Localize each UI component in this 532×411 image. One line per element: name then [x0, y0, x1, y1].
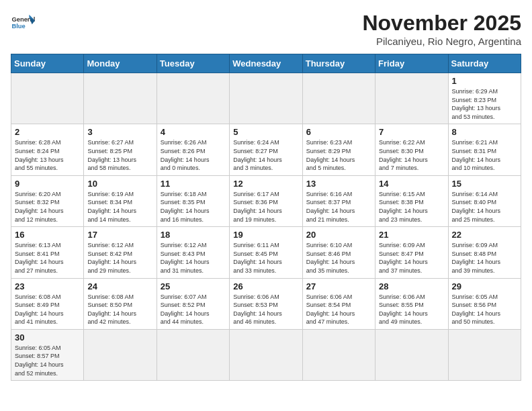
- day-info: Sunrise: 6:05 AM Sunset: 8:56 PM Dayligh…: [452, 293, 517, 326]
- calendar-cell: 30Sunrise: 6:05 AM Sunset: 8:57 PM Dayli…: [11, 329, 84, 380]
- calendar-cell: 12Sunrise: 6:17 AM Sunset: 8:36 PM Dayli…: [230, 175, 302, 226]
- calendar-cell: 8Sunrise: 6:21 AM Sunset: 8:31 PM Daylig…: [448, 124, 521, 175]
- calendar-cell: 9Sunrise: 6:20 AM Sunset: 8:32 PM Daylig…: [11, 175, 84, 226]
- day-info: Sunrise: 6:28 AM Sunset: 8:24 PM Dayligh…: [15, 138, 80, 172]
- title-area: November 2025 Pilcaniyeu, Rio Negro, Arg…: [362, 11, 521, 47]
- calendar-cell: 10Sunrise: 6:19 AM Sunset: 8:34 PM Dayli…: [84, 175, 157, 226]
- calendar-cell: 11Sunrise: 6:18 AM Sunset: 8:35 PM Dayli…: [157, 175, 229, 226]
- day-info: Sunrise: 6:21 AM Sunset: 8:31 PM Dayligh…: [452, 138, 517, 172]
- calendar-cell: 28Sunrise: 6:06 AM Sunset: 8:55 PM Dayli…: [375, 278, 448, 329]
- day-info: Sunrise: 6:24 AM Sunset: 8:27 PM Dayligh…: [233, 138, 298, 172]
- day-info: Sunrise: 6:13 AM Sunset: 8:41 PM Dayligh…: [15, 241, 80, 275]
- day-number: 19: [233, 230, 298, 240]
- calendar-cell: 29Sunrise: 6:05 AM Sunset: 8:56 PM Dayli…: [448, 278, 521, 329]
- calendar-cell: 4Sunrise: 6:26 AM Sunset: 8:26 PM Daylig…: [157, 124, 229, 175]
- day-number: 29: [452, 281, 517, 291]
- week-row-3: 9Sunrise: 6:20 AM Sunset: 8:32 PM Daylig…: [11, 175, 521, 226]
- calendar-cell: [11, 73, 84, 124]
- day-number: 7: [379, 127, 444, 137]
- day-info: Sunrise: 6:26 AM Sunset: 8:26 PM Dayligh…: [161, 138, 226, 172]
- calendar-cell: 7Sunrise: 6:22 AM Sunset: 8:30 PM Daylig…: [375, 124, 448, 175]
- day-info: Sunrise: 6:27 AM Sunset: 8:25 PM Dayligh…: [87, 138, 152, 172]
- day-number: 13: [306, 179, 371, 189]
- day-number: 15: [452, 179, 517, 189]
- location-title: Pilcaniyeu, Rio Negro, Argentina: [362, 36, 521, 47]
- day-info: Sunrise: 6:05 AM Sunset: 8:57 PM Dayligh…: [15, 344, 80, 377]
- day-number: 28: [379, 281, 444, 291]
- day-number: 8: [452, 127, 517, 137]
- day-info: Sunrise: 6:06 AM Sunset: 8:53 PM Dayligh…: [233, 293, 298, 326]
- weekday-header-tuesday: Tuesday: [157, 54, 229, 73]
- calendar-cell: [230, 329, 302, 380]
- day-info: Sunrise: 6:18 AM Sunset: 8:35 PM Dayligh…: [161, 190, 226, 224]
- day-number: 5: [233, 127, 298, 137]
- day-number: 22: [452, 230, 517, 240]
- day-number: 27: [306, 281, 371, 291]
- day-number: 16: [15, 230, 80, 240]
- day-info: Sunrise: 6:09 AM Sunset: 8:47 PM Dayligh…: [379, 241, 444, 275]
- calendar-cell: 2Sunrise: 6:28 AM Sunset: 8:24 PM Daylig…: [11, 124, 84, 175]
- day-info: Sunrise: 6:11 AM Sunset: 8:45 PM Dayligh…: [233, 241, 298, 275]
- logo: General Blue: [11, 11, 35, 35]
- calendar-cell: 5Sunrise: 6:24 AM Sunset: 8:27 PM Daylig…: [230, 124, 302, 175]
- day-number: 14: [379, 179, 444, 189]
- day-info: Sunrise: 6:12 AM Sunset: 8:42 PM Dayligh…: [87, 241, 152, 275]
- weekday-header-sunday: Sunday: [11, 54, 84, 73]
- calendar-cell: [302, 73, 375, 124]
- day-number: 6: [306, 127, 371, 137]
- calendar-cell: [375, 329, 448, 380]
- day-info: Sunrise: 6:22 AM Sunset: 8:30 PM Dayligh…: [379, 138, 444, 172]
- day-info: Sunrise: 6:12 AM Sunset: 8:43 PM Dayligh…: [161, 241, 226, 275]
- day-info: Sunrise: 6:20 AM Sunset: 8:32 PM Dayligh…: [15, 190, 80, 224]
- week-row-6: 30Sunrise: 6:05 AM Sunset: 8:57 PM Dayli…: [11, 329, 521, 380]
- day-info: Sunrise: 6:23 AM Sunset: 8:29 PM Dayligh…: [306, 138, 371, 172]
- day-number: 3: [87, 127, 152, 137]
- month-title: November 2025: [362, 11, 521, 36]
- day-info: Sunrise: 6:06 AM Sunset: 8:55 PM Dayligh…: [379, 293, 444, 326]
- calendar-cell: [375, 73, 448, 124]
- calendar-cell: 14Sunrise: 6:15 AM Sunset: 8:38 PM Dayli…: [375, 175, 448, 226]
- calendar-cell: [157, 73, 229, 124]
- day-info: Sunrise: 6:08 AM Sunset: 8:50 PM Dayligh…: [87, 293, 152, 326]
- weekday-header-wednesday: Wednesday: [230, 54, 302, 73]
- day-number: 25: [161, 281, 226, 291]
- calendar-cell: 22Sunrise: 6:09 AM Sunset: 8:48 PM Dayli…: [448, 227, 521, 278]
- day-info: Sunrise: 6:06 AM Sunset: 8:54 PM Dayligh…: [306, 293, 371, 326]
- day-number: 24: [87, 281, 152, 291]
- calendar-cell: 24Sunrise: 6:08 AM Sunset: 8:50 PM Dayli…: [84, 278, 157, 329]
- logo-icon: General Blue: [11, 11, 35, 35]
- calendar-cell: [84, 329, 157, 380]
- calendar-cell: 1Sunrise: 6:29 AM Sunset: 8:23 PM Daylig…: [448, 73, 521, 124]
- day-number: 21: [379, 230, 444, 240]
- calendar-cell: [302, 329, 375, 380]
- calendar: SundayMondayTuesdayWednesdayThursdayFrid…: [11, 54, 521, 381]
- header: General Blue November 2025 Pilcaniyeu, R…: [11, 11, 521, 47]
- calendar-cell: [448, 329, 521, 380]
- day-number: 17: [87, 230, 152, 240]
- day-number: 12: [233, 179, 298, 189]
- day-info: Sunrise: 6:08 AM Sunset: 8:49 PM Dayligh…: [15, 293, 80, 326]
- day-info: Sunrise: 6:19 AM Sunset: 8:34 PM Dayligh…: [87, 190, 152, 224]
- calendar-cell: 20Sunrise: 6:10 AM Sunset: 8:46 PM Dayli…: [302, 227, 375, 278]
- day-number: 30: [15, 332, 80, 342]
- day-info: Sunrise: 6:14 AM Sunset: 8:40 PM Dayligh…: [452, 190, 517, 224]
- day-number: 4: [161, 127, 226, 137]
- calendar-cell: 17Sunrise: 6:12 AM Sunset: 8:42 PM Dayli…: [84, 227, 157, 278]
- day-number: 2: [15, 127, 80, 137]
- day-info: Sunrise: 6:17 AM Sunset: 8:36 PM Dayligh…: [233, 190, 298, 224]
- week-row-1: 1Sunrise: 6:29 AM Sunset: 8:23 PM Daylig…: [11, 73, 521, 124]
- calendar-cell: 3Sunrise: 6:27 AM Sunset: 8:25 PM Daylig…: [84, 124, 157, 175]
- weekday-header-friday: Friday: [375, 54, 448, 73]
- calendar-cell: [230, 73, 302, 124]
- calendar-cell: [84, 73, 157, 124]
- day-number: 18: [161, 230, 226, 240]
- day-number: 20: [306, 230, 371, 240]
- calendar-cell: 27Sunrise: 6:06 AM Sunset: 8:54 PM Dayli…: [302, 278, 375, 329]
- calendar-cell: 21Sunrise: 6:09 AM Sunset: 8:47 PM Dayli…: [375, 227, 448, 278]
- calendar-cell: 26Sunrise: 6:06 AM Sunset: 8:53 PM Dayli…: [230, 278, 302, 329]
- week-row-2: 2Sunrise: 6:28 AM Sunset: 8:24 PM Daylig…: [11, 124, 521, 175]
- calendar-cell: 18Sunrise: 6:12 AM Sunset: 8:43 PM Dayli…: [157, 227, 229, 278]
- day-info: Sunrise: 6:15 AM Sunset: 8:38 PM Dayligh…: [379, 190, 444, 224]
- weekday-header-monday: Monday: [84, 54, 157, 73]
- calendar-cell: 25Sunrise: 6:07 AM Sunset: 8:52 PM Dayli…: [157, 278, 229, 329]
